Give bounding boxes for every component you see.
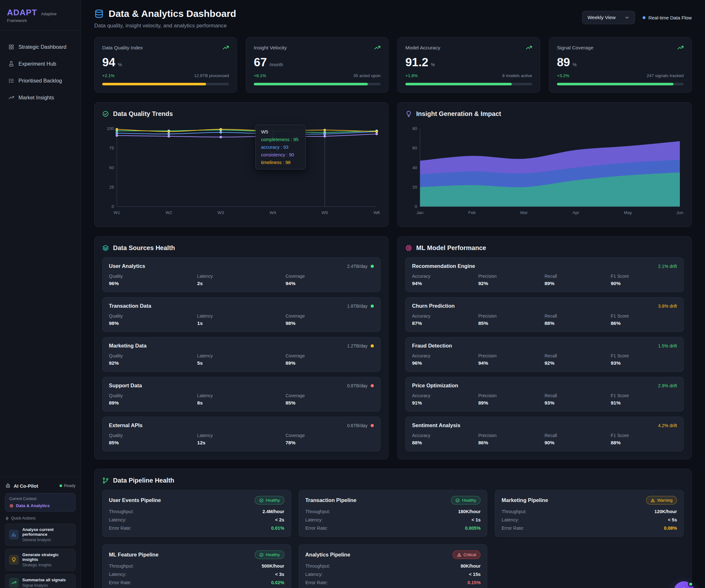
tooltip-row: consistency : 90	[261, 152, 300, 157]
main-content: Data & Analytics Dashboard Data quality,…	[81, 0, 705, 588]
sidebar-item-prioritised-backlog[interactable]: Prioritised Backlog	[4, 74, 76, 88]
notification-dot	[688, 582, 693, 587]
metric-label: Quality	[109, 393, 197, 398]
app-logo: ADAPT	[7, 8, 37, 17]
context-text: Data & Analytics	[16, 503, 50, 508]
pipe-throughput: 180K/hour	[458, 509, 480, 514]
metric-label: Latency	[197, 433, 285, 438]
data-pipeline-health-panel: Data Pipeline Health User Events Pipelin…	[94, 469, 692, 588]
pipeline-name: User Events Pipeline	[109, 497, 161, 503]
status-label: Healthy	[462, 498, 476, 503]
check-circle-icon	[455, 498, 460, 503]
target-icon	[9, 504, 14, 508]
sidebar-item-experiment-hub[interactable]: Experiment Hub	[4, 57, 76, 71]
panel-title: Insight Generation & Impact	[416, 110, 501, 118]
kpi-progress-fill	[102, 83, 206, 85]
ml-model-row: Recommendation Engine 2.1% drift Accurac…	[405, 257, 684, 292]
check-circle-icon	[259, 553, 264, 557]
metric-value: 89%	[286, 360, 374, 366]
grid-icon	[8, 44, 14, 50]
source-volume: 0.6TB/day	[347, 423, 368, 428]
pipeline-card: Marketing Pipeline Warning Throughput:12…	[495, 490, 684, 537]
metric-value: 86%	[611, 320, 677, 326]
kpi-value: 91.2	[405, 56, 428, 69]
status-dot	[371, 384, 374, 387]
svg-text:May: May	[624, 210, 632, 215]
pipe-latency: < 1s	[472, 517, 481, 523]
metric-label: Coverage	[286, 353, 374, 358]
context-label: Current Context:	[9, 497, 71, 501]
status-label: Warning	[657, 498, 672, 503]
kpi-progress-track	[102, 83, 229, 85]
svg-text:W1: W1	[114, 210, 120, 215]
data-quality-trends-chart[interactable]: 0255075100W1W2W3W4W5W6	[102, 123, 380, 219]
model-drift: 2.9% drift	[658, 383, 677, 388]
kpi-card: Signal Coverage 89 % +3.2% 247 signals t…	[549, 37, 692, 93]
pipe-throughput: 500K/hour	[262, 563, 284, 569]
sidebar-item-market-insights[interactable]: Market Insights	[4, 91, 76, 104]
kpi-card: Insight Velocity 67 /month +8.1% 35 acte…	[246, 37, 388, 93]
sidebar: ADAPT Adaptive Framework Strategic Dashb…	[0, 0, 81, 588]
metric-label: Quality	[109, 274, 197, 279]
status-dot	[371, 265, 374, 268]
pipe-latency: < 2s	[275, 517, 284, 523]
kpi-unit: %	[118, 62, 122, 67]
page-title: Data & Analytics Dashboard	[108, 8, 236, 19]
svg-text:Jan: Jan	[417, 210, 424, 215]
source-volume: 2.4TB/day	[347, 264, 368, 269]
metric-value: 92%	[109, 360, 197, 366]
metric-label: F1 Score	[611, 353, 677, 358]
metric-label: Recall	[545, 393, 611, 398]
insight-generation-chart[interactable]: 020406080JanFebMarAprMayJun	[405, 123, 684, 219]
metric-value: 85%	[286, 400, 374, 406]
charts-row: Data Quality Trends 0255075100W1W2W3W4W5…	[94, 102, 692, 227]
kpi-change: +3.2%	[557, 73, 569, 78]
action-summarise-signals[interactable]: Summarise all signals Signal Analysis	[5, 574, 76, 588]
nav-label: Experiment Hub	[18, 61, 56, 67]
status-label: Healthy	[266, 498, 280, 503]
metric-value: 78%	[286, 440, 374, 446]
pipe-metric-label: Throughput:	[109, 563, 134, 569]
kpi-unit: /month	[269, 62, 283, 67]
metric-label: Quality	[109, 353, 197, 358]
view-selector-value: Weekly View	[588, 15, 615, 20]
trend-up-icon	[223, 45, 229, 51]
model-drift: 2.1% drift	[658, 264, 677, 269]
metric-label: Quality	[109, 433, 197, 438]
svg-text:50: 50	[109, 165, 114, 170]
action-analyse-performance[interactable]: Analyse current performance General Anal…	[5, 524, 76, 546]
kpi-label: Data Quality Index	[102, 45, 143, 51]
metric-value: 93%	[611, 360, 677, 366]
metric-value: 92%	[545, 360, 611, 366]
copilot-status: Ready	[59, 484, 76, 488]
flask-icon	[8, 61, 14, 67]
kpi-unit: %	[431, 62, 435, 67]
realtime-label: Real-time Data Flow	[648, 15, 692, 20]
kpi-progress-track	[405, 83, 532, 85]
lightbulb-icon	[9, 555, 19, 565]
status-badge: Healthy	[255, 496, 284, 504]
metric-value: 1s	[197, 320, 285, 326]
pipeline-grid: User Events Pipeline Healthy Throughput:…	[102, 490, 684, 588]
data-source-row: External APIs 0.6TB/day Quality85% Laten…	[102, 417, 380, 451]
pipe-metric-label: Error Rate:	[109, 526, 132, 531]
ml-model-list: Recommendation Engine 2.1% drift Accurac…	[405, 257, 684, 451]
trend-up-icon	[677, 45, 684, 51]
list-icon	[8, 78, 14, 84]
pipe-metric-label: Latency:	[306, 517, 323, 523]
svg-text:0: 0	[111, 204, 114, 209]
action-generate-insights[interactable]: Generate strategic insights Strategic In…	[5, 549, 76, 571]
ml-model-row: Fraud Detection 1.5% drift Accuracy96% P…	[405, 337, 684, 372]
pipe-error-rate: 0.15%	[467, 580, 480, 585]
svg-text:W6: W6	[374, 210, 380, 215]
kpi-detail: 247 signals tracked	[647, 73, 684, 78]
kpi-change: +1.8%	[405, 73, 418, 78]
metric-label: Recall	[545, 274, 611, 279]
realtime-dot	[643, 16, 646, 19]
status-badge: Healthy	[451, 496, 480, 504]
pipe-error-rate: 0.01%	[271, 526, 284, 531]
view-selector-dropdown[interactable]: Weekly View	[582, 11, 635, 24]
status-dot	[371, 344, 374, 348]
source-name: Transaction Data	[109, 303, 151, 309]
sidebar-item-strategic-dashboard[interactable]: Strategic Dashboard	[4, 40, 76, 54]
